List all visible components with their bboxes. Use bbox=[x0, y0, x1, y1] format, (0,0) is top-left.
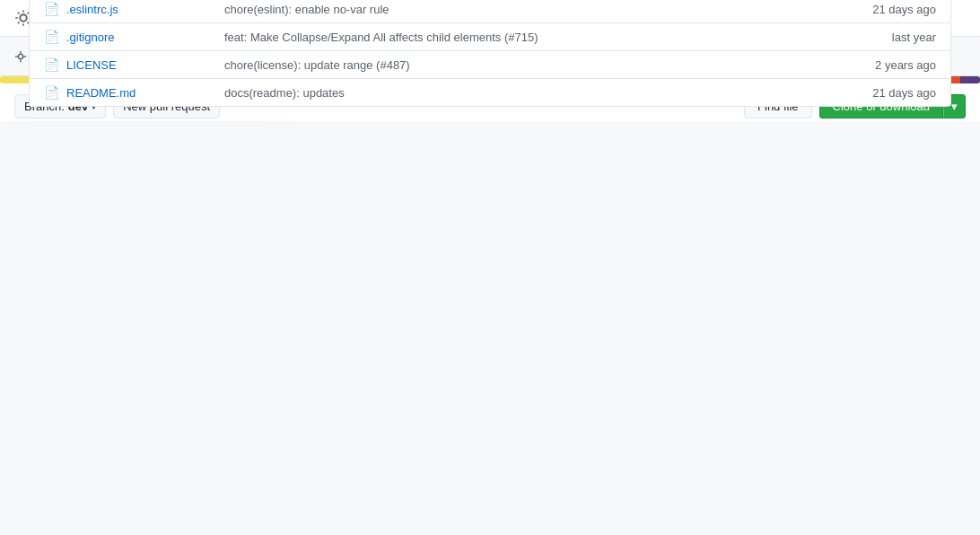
file-name-license[interactable]: LICENSE bbox=[66, 58, 210, 72]
file-name-gitignore[interactable]: .gitignore bbox=[66, 31, 210, 44]
file-time: 2 years ago bbox=[875, 58, 936, 72]
file-message: chore(eslint): enable no-var rule bbox=[210, 3, 872, 16]
file-message: docs(readme): updates bbox=[210, 86, 872, 100]
page-wrapper: Browser devtools extension for debugging… bbox=[0, 0, 980, 121]
file-time: last year bbox=[892, 31, 936, 44]
file-icon: 📄 bbox=[44, 2, 59, 16]
table-row: 📄 LICENSE chore(license): update range (… bbox=[30, 51, 950, 79]
file-message: feat: Make Collapse/Expand All affects c… bbox=[210, 31, 892, 44]
file-table: Latest commit f2efbe3 20 days ago 📄 lock… bbox=[29, 0, 951, 107]
file-name-eslintrc[interactable]: .eslintrc.js bbox=[66, 3, 210, 16]
file-icon: 📄 bbox=[44, 30, 59, 44]
file-icon: 📄 bbox=[44, 85, 59, 100]
table-row: 📄 .gitignore feat: Make Collapse/Expand … bbox=[30, 23, 950, 51]
file-area: Latest commit f2efbe3 20 days ago 📄 lock… bbox=[0, 0, 980, 121]
file-time: 21 days ago bbox=[872, 3, 936, 16]
file-icon: 📄 bbox=[44, 57, 59, 72]
file-message: chore(license): update range (#487) bbox=[210, 58, 875, 72]
table-row: 📄 README.md docs(readme): updates 21 day… bbox=[30, 79, 950, 106]
file-name-readme[interactable]: README.md bbox=[66, 86, 210, 100]
table-row: 📄 .eslintrc.js chore(eslint): enable no-… bbox=[30, 0, 950, 23]
file-time: 21 days ago bbox=[872, 86, 936, 100]
